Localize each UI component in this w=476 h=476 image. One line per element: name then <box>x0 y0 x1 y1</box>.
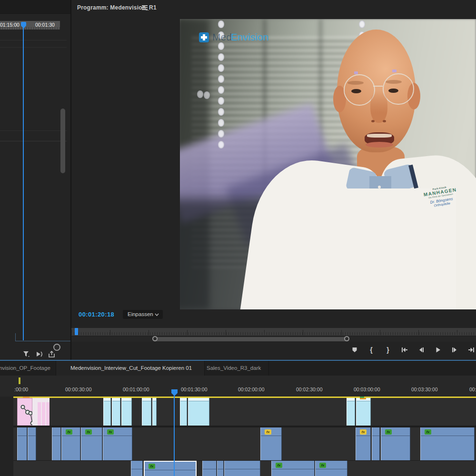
timeline-clip[interactable]: fx <box>103 427 132 460</box>
play-around-icon[interactable] <box>35 351 43 357</box>
timeline-clip[interactable]: fx <box>271 461 315 476</box>
track-divider <box>0 141 67 141</box>
add-marker-button[interactable] <box>350 345 359 355</box>
fx-badge-green[interactable]: fx <box>319 463 326 468</box>
timeline-clip[interactable] <box>372 427 380 460</box>
timeline-clip[interactable] <box>28 427 36 460</box>
timeline-clip[interactable] <box>32 398 50 426</box>
bokeh-dot <box>218 53 224 61</box>
left-panel-time-ruler[interactable]: 01:15:00 00:01:30 <box>0 21 60 30</box>
timeline-clip[interactable]: fx <box>61 427 80 460</box>
timeline-clip[interactable] <box>17 427 27 460</box>
pink-sub-clip <box>46 402 50 426</box>
timeline-clip[interactable] <box>217 461 224 476</box>
timeline-clip[interactable]: fx <box>81 427 102 460</box>
lens-glint <box>392 69 397 72</box>
hamburger-menu-icon[interactable] <box>142 5 148 10</box>
timeline-clip[interactable] <box>224 461 260 476</box>
bokeh-dot <box>218 130 224 138</box>
fit-zoom-dropdown[interactable]: Einpassen <box>123 310 163 319</box>
play-button[interactable] <box>433 345 443 355</box>
bokeh-dot <box>218 108 224 116</box>
timeline-ruler[interactable]: :00:0000:00:30:0000:01:00:0000:01:30:000… <box>0 376 476 397</box>
pink-sub-clip <box>38 402 41 426</box>
track-v1: fxfxfxfxfxfxfx <box>0 427 476 460</box>
fx-badge-yellow[interactable]: fx <box>265 429 271 435</box>
track-header-sliver <box>0 397 13 476</box>
fx-badge-green[interactable]: fx <box>85 429 92 435</box>
logo-text-envision: Envision <box>231 31 268 43</box>
track-divider <box>0 47 67 48</box>
bokeh-dot <box>218 42 224 50</box>
chevron-down-icon <box>155 313 159 316</box>
timeline-clip[interactable] <box>103 398 111 426</box>
timeline-tab[interactable]: envision_OP_Footage <box>0 361 56 376</box>
scrollbar-handle-left[interactable] <box>152 336 158 341</box>
teeth <box>367 134 392 138</box>
playhead-line <box>23 28 24 340</box>
timeline-clip[interactable] <box>202 461 217 476</box>
monitor-zoom-scrollbar[interactable] <box>71 337 476 342</box>
filter-icon[interactable] <box>23 351 30 357</box>
bokeh-dot <box>218 86 224 94</box>
fx-badge-green[interactable]: fx <box>425 429 431 435</box>
timeline-clip[interactable]: fx <box>144 461 197 476</box>
timecode-ruler-label: 00: <box>469 387 476 392</box>
timeline-clip[interactable] <box>52 427 61 460</box>
lens-glint <box>354 71 358 74</box>
fx-badge-yellow[interactable]: fx <box>360 429 367 435</box>
bokeh-dot <box>218 20 224 28</box>
timeline-clip[interactable]: fx <box>315 461 347 476</box>
mark-out-button[interactable]: } <box>383 345 393 355</box>
fx-badge-green[interactable]: fx <box>66 429 72 435</box>
step-back-button[interactable] <box>416 345 426 355</box>
timecode-ruler-label: 00:01:30:00 <box>181 387 207 392</box>
fx-badge-green[interactable]: fx <box>107 429 114 435</box>
timeline-clip[interactable] <box>121 398 132 426</box>
export-icon[interactable] <box>48 351 55 358</box>
timecode-ruler-label: 00:02:30:00 <box>296 387 322 392</box>
timecode-ruler-label: 00:00:30:00 <box>65 387 91 392</box>
track-a1: fxfxfx <box>0 461 476 476</box>
timeline-clip[interactable] <box>112 398 120 426</box>
timeline-clip[interactable]: fx <box>420 427 475 460</box>
timeline-playhead-line <box>174 395 175 476</box>
fx-badge-green[interactable]: fx <box>149 464 155 469</box>
step-forward-button[interactable] <box>450 345 459 355</box>
timecode-ruler-label: 00:02:00:00 <box>238 387 264 392</box>
timeline-tab[interactable]: Sales_Video_R3_dark <box>205 361 269 376</box>
track-v2 <box>0 398 476 426</box>
timeline-clip[interactable] <box>188 398 209 426</box>
mark-in-button[interactable]: { <box>367 345 376 355</box>
timeline-clip[interactable] <box>142 398 151 426</box>
playback-timecode[interactable]: 00:01:20:18 <box>79 311 114 318</box>
fx-badge-green[interactable]: fx <box>385 429 392 435</box>
fx-badge-green[interactable]: fx <box>276 463 282 468</box>
go-to-out-button[interactable] <box>466 345 476 355</box>
timeline-clip[interactable] <box>347 398 355 426</box>
left-panel-tab-bar[interactable] <box>0 0 70 14</box>
timeline-clip[interactable] <box>131 461 143 476</box>
lower-lip <box>366 142 393 148</box>
monitor-playhead[interactable] <box>75 328 78 335</box>
pink-sub-clip <box>42 402 45 426</box>
timeline-tab[interactable]: Medenvision_Interview_Cut_Footage Kopier… <box>56 361 205 376</box>
timeline-clip[interactable]: fx <box>381 427 410 460</box>
timeline-clip[interactable] <box>356 398 371 426</box>
monitor-scrub-bar[interactable] <box>71 328 476 336</box>
work-area-marker[interactable] <box>19 377 20 384</box>
timeline-clip[interactable]: fx <box>260 427 282 460</box>
bokeh-dot <box>218 119 224 127</box>
track-divider <box>0 40 67 40</box>
timeline-clip[interactable] <box>152 398 157 426</box>
go-to-in-button[interactable] <box>400 345 409 355</box>
timeline-clip[interactable] <box>17 398 32 426</box>
scrollbar-handle-right[interactable] <box>344 336 349 341</box>
scrollbar-thumb[interactable] <box>153 337 349 341</box>
timeline-clip[interactable] <box>180 398 187 426</box>
left-timeline-panel: 01:15:00 00:01:30 <box>0 0 71 360</box>
track-divider <box>0 130 67 131</box>
vertical-scrollbar[interactable] <box>60 109 65 173</box>
bokeh-dot <box>197 90 203 98</box>
timeline-clip[interactable]: fx <box>356 427 371 460</box>
